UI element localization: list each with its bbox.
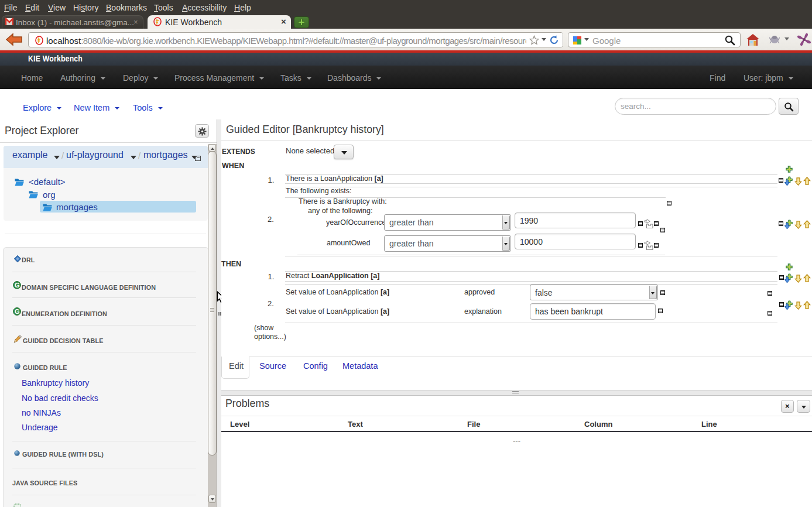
svg-text:G: G [15,282,20,289]
svg-text:G: G [15,308,20,315]
